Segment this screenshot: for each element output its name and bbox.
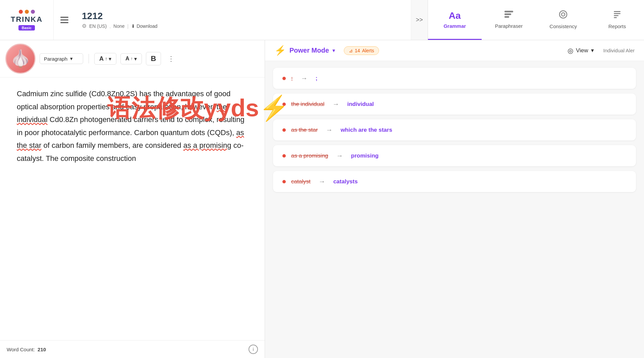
individual-alert-text: Individual Aler: [603, 48, 635, 53]
logo-dots: [19, 10, 35, 14]
hamburger-icon: [60, 17, 68, 23]
suggestion-card-the-individual[interactable]: the individual → individual: [273, 94, 636, 115]
alerts-label: Alerts: [362, 48, 374, 53]
tab-grammar[interactable]: Aa Grammar: [428, 0, 482, 40]
font-btn-chevron: ▾: [109, 56, 111, 62]
menu-toggle[interactable]: [54, 0, 75, 40]
font-size-button[interactable]: A ↑ ▾: [94, 53, 116, 65]
separator-1: ,: [109, 23, 111, 29]
document-number: 1212: [82, 11, 404, 21]
svg-point-4: [561, 13, 565, 16]
suggestion-dot: [282, 154, 286, 158]
document-info: 1212 ⚙ EN (US) , None | ⬇ Download: [75, 0, 411, 40]
suggestion-card-as-a-promising[interactable]: as a promising → promising: [273, 145, 636, 166]
settings-icon[interactable]: ⚙: [82, 23, 87, 29]
arrow-icon: →: [326, 126, 332, 134]
word-count-bar: Word Count: 210 i: [0, 340, 265, 358]
font-alt-icon: A: [125, 56, 129, 62]
suggestion-card-semicolon[interactable]: ; → ;: [273, 68, 636, 89]
suggestion-replacement-text: which are the stars: [340, 127, 392, 133]
lightning-icon: ⚡: [274, 45, 286, 56]
text-content-1: Cadmium zinc sulfide (Cd0.8Zn0.2S) has t…: [17, 90, 230, 111]
alerts-count: 14: [355, 48, 360, 53]
style-label: None: [113, 23, 124, 29]
editor-content[interactable]: Cadmium zinc sulfide (Cd0.8Zn0.2S) has t…: [0, 77, 265, 340]
font-size-alt-button[interactable]: A ↑ ▾: [120, 53, 142, 64]
text-content-3: of carbon family members, are considered: [41, 141, 183, 150]
svg-rect-5: [614, 11, 621, 12]
download-button[interactable]: ⬇ Download: [131, 23, 157, 29]
grammar-tab-label: Grammar: [443, 23, 466, 29]
download-icon: ⬇: [131, 23, 135, 29]
editor-area: 🧄 Paragraph ▾ A ↑ ▾ A ↑ ▾ B ⋮: [0, 40, 265, 358]
suggestion-replacement-text: ;: [316, 75, 318, 82]
font-size-arrow-icon: ↑: [105, 56, 107, 61]
highlighted-text-3: as a promising: [183, 141, 231, 150]
svg-point-3: [559, 11, 567, 18]
paraphraser-tab-label: Paraphraser: [495, 23, 523, 29]
tab-reports[interactable]: Reports: [590, 0, 644, 40]
tab-consistency[interactable]: Consistency: [536, 0, 590, 40]
view-chevron-icon: ▾: [591, 47, 594, 54]
font-increase-icon: A: [99, 55, 104, 62]
font-alt-chevron: ▾: [134, 56, 137, 62]
suggestion-original-text: catalyst: [291, 178, 311, 185]
paraphraser-icon: [504, 10, 514, 21]
chevron-down-icon: ▾: [70, 56, 73, 62]
word-count-label: Word Count: 210: [7, 347, 46, 352]
more-icon: ⋮: [168, 55, 174, 63]
more-options-button[interactable]: ⋮: [165, 53, 177, 65]
power-mode-bar: ⚡ Power Mode ▾ ⊿ 14 Alerts ◎ View ▾ Indi…: [265, 40, 644, 61]
logo-text: TRINKA: [11, 15, 43, 24]
plan-badge: Basic: [18, 25, 35, 31]
suggestion-dot: [282, 180, 286, 183]
suggestion-dot: [282, 103, 286, 106]
view-button[interactable]: ◎ View ▾ Individual Aler: [568, 47, 635, 55]
suggestion-original-text: as a promising: [291, 153, 328, 159]
info-button[interactable]: i: [249, 345, 258, 354]
suggestion-dot: [282, 77, 286, 80]
arrow-icon: →: [319, 178, 325, 185]
document-meta: ⚙ EN (US) , None | ⬇ Download: [82, 23, 404, 29]
right-panel: ⚡ Power Mode ▾ ⊿ 14 Alerts ◎ View ▾ Indi…: [265, 40, 644, 358]
logo-area: TRINKA Basic: [0, 0, 54, 40]
reports-icon: [612, 10, 622, 21]
avatar: 🧄: [5, 44, 36, 74]
style-select-label: Paragraph: [44, 56, 67, 62]
power-mode-chevron[interactable]: ▾: [332, 47, 335, 54]
text-content-2: Cd0.8Zn photogenerated carriers tend to …: [17, 115, 245, 137]
toolbar-separator-1: [89, 54, 89, 63]
view-label: View: [576, 47, 588, 54]
grammar-icon: Aa: [449, 10, 461, 21]
right-panel-tabs: Aa Grammar Paraphraser Consistency: [428, 0, 644, 40]
suggestion-original-text: as the star: [291, 127, 318, 133]
consistency-tab-label: Consistency: [549, 23, 577, 29]
suggestion-dot: [282, 128, 286, 132]
download-label: Download: [137, 23, 157, 29]
alerts-badge[interactable]: ⊿ 14 Alerts: [344, 46, 379, 55]
info-icon: i: [253, 347, 254, 352]
reports-tab-label: Reports: [608, 23, 626, 29]
bold-button[interactable]: B: [146, 52, 161, 65]
arrow-icon: →: [301, 74, 308, 82]
power-mode-label: Power Mode: [289, 47, 329, 54]
arrow-icon: →: [332, 100, 339, 108]
dot-red: [19, 10, 23, 14]
svg-rect-6: [614, 13, 621, 14]
font-alt-arrow-icon: ↑: [131, 56, 133, 61]
svg-rect-0: [504, 11, 513, 12]
dot-purple: [31, 10, 35, 14]
consistency-icon: [558, 10, 568, 21]
suggestion-card-catalyst[interactable]: catalyst → catalysts: [273, 171, 636, 192]
paragraph-style-select[interactable]: Paragraph ▾: [40, 53, 83, 64]
arrow-icon: →: [336, 152, 343, 160]
bold-icon: B: [151, 54, 156, 63]
dot-orange: [25, 10, 29, 14]
tab-paraphraser[interactable]: Paraphraser: [482, 0, 536, 40]
suggestion-card-as-the-star[interactable]: as the star → which are the stars: [273, 119, 636, 140]
separator-2: |: [127, 23, 128, 29]
expand-panel-button[interactable]: >>: [411, 0, 428, 40]
svg-rect-2: [504, 16, 509, 18]
suggestion-original-text: ;: [291, 75, 293, 82]
suggestion-replacement-text: individual: [347, 101, 374, 108]
